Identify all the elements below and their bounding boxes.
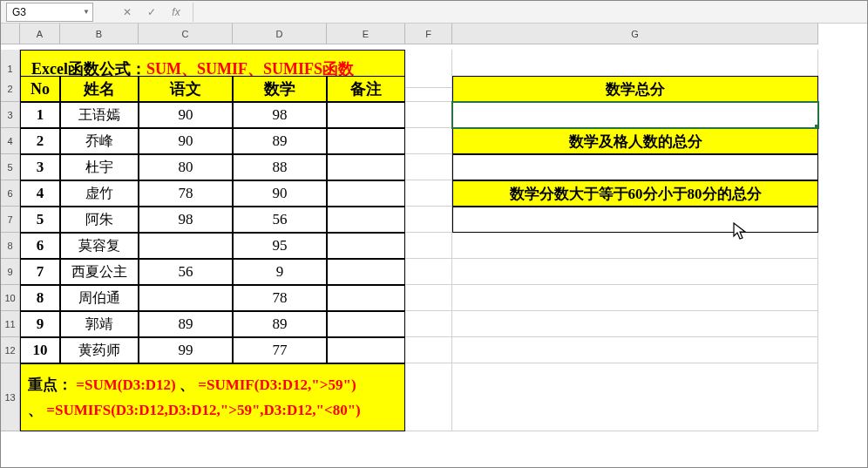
col-header-G[interactable]: G <box>452 24 818 44</box>
cell-A10[interactable]: 8 <box>20 285 60 311</box>
cell-F7[interactable] <box>405 207 452 233</box>
footnote-cell[interactable]: 重点： =SUM(D3:D12) 、 =SUMIF(D3:D12,">59") … <box>20 363 405 431</box>
cell-F2[interactable] <box>405 76 452 102</box>
cell-C3[interactable]: 90 <box>139 102 233 128</box>
cell-B7[interactable]: 阿朱 <box>60 207 139 233</box>
cell-G12[interactable] <box>452 337 818 363</box>
cell-F10[interactable] <box>405 285 452 311</box>
cell-C5[interactable]: 80 <box>139 154 233 180</box>
col-header-A[interactable]: A <box>20 24 60 44</box>
cell-E6[interactable] <box>327 180 405 207</box>
row-header-11[interactable]: 11 <box>1 311 20 337</box>
cell-D12[interactable]: 77 <box>233 337 327 363</box>
header-chinese[interactable]: 语文 <box>139 76 233 102</box>
cell-G5[interactable] <box>452 154 818 180</box>
cell-F8[interactable] <box>405 233 452 259</box>
cell-B11[interactable]: 郭靖 <box>60 311 139 337</box>
cell-F9[interactable] <box>405 259 452 285</box>
cell-D5[interactable]: 88 <box>233 154 327 180</box>
row-header-12[interactable]: 12 <box>1 337 20 363</box>
formula-input[interactable] <box>193 3 867 22</box>
spreadsheet-grid[interactable]: A B C D E F G 1 Excel函数公式： SUM、SUMIF、SUM… <box>1 24 867 390</box>
cell-D3[interactable]: 98 <box>233 102 327 128</box>
cell-A11[interactable]: 9 <box>20 311 60 337</box>
cell-G8[interactable] <box>452 233 818 259</box>
cell-D8[interactable]: 95 <box>233 233 327 259</box>
cell-G11[interactable] <box>452 311 818 337</box>
cell-A3[interactable]: 1 <box>20 102 60 128</box>
cell-B10[interactable]: 周伯通 <box>60 285 139 311</box>
header-math[interactable]: 数学 <box>233 76 327 102</box>
cell-C7[interactable]: 98 <box>139 207 233 233</box>
cell-F6[interactable] <box>405 180 452 207</box>
cell-A6[interactable]: 4 <box>20 180 60 207</box>
right-header-1[interactable]: 数学总分 <box>452 76 818 102</box>
cell-G10[interactable] <box>452 285 818 311</box>
cell-D6[interactable]: 90 <box>233 180 327 207</box>
cell-A7[interactable]: 5 <box>20 207 60 233</box>
cell-F5[interactable] <box>405 154 452 180</box>
cell-E12[interactable] <box>327 337 405 363</box>
col-header-B[interactable]: B <box>60 24 139 44</box>
cell-C6[interactable]: 78 <box>139 180 233 207</box>
row-header-13[interactable]: 13 <box>1 363 20 431</box>
cell-E10[interactable] <box>327 285 405 311</box>
cell-F12[interactable] <box>405 337 452 363</box>
cell-B3[interactable]: 王语嫣 <box>60 102 139 128</box>
cell-C10[interactable] <box>139 285 233 311</box>
right-header-2[interactable]: 数学及格人数的总分 <box>452 128 818 154</box>
cell-D7[interactable]: 56 <box>233 207 327 233</box>
col-header-C[interactable]: C <box>139 24 233 44</box>
cell-G13[interactable] <box>452 363 818 431</box>
row-header-3[interactable]: 3 <box>1 102 20 128</box>
cell-E7[interactable] <box>327 207 405 233</box>
cell-E4[interactable] <box>327 128 405 154</box>
name-box[interactable]: G3 ▼ <box>6 3 93 22</box>
row-header-2[interactable]: 2 <box>1 76 20 102</box>
cell-E3[interactable] <box>327 102 405 128</box>
row-header-6[interactable]: 6 <box>1 180 20 207</box>
cancel-icon[interactable]: ✕ <box>119 4 135 20</box>
right-header-3[interactable]: 数学分数大于等于60分小于80分的总分 <box>452 180 818 207</box>
cell-G7[interactable] <box>452 207 818 233</box>
cell-C8[interactable] <box>139 233 233 259</box>
cell-F3[interactable] <box>405 102 452 128</box>
col-header-F[interactable]: F <box>405 24 452 44</box>
row-header-8[interactable]: 8 <box>1 233 20 259</box>
cell-E8[interactable] <box>327 233 405 259</box>
col-header-D[interactable]: D <box>233 24 327 44</box>
col-header-E[interactable]: E <box>327 24 405 44</box>
confirm-icon[interactable]: ✓ <box>144 4 159 20</box>
select-all-corner[interactable] <box>1 24 20 44</box>
cell-A5[interactable]: 3 <box>20 154 60 180</box>
header-note[interactable]: 备注 <box>327 76 405 102</box>
cell-D10[interactable]: 78 <box>233 285 327 311</box>
cell-G9[interactable] <box>452 259 818 285</box>
cell-C4[interactable]: 90 <box>139 128 233 154</box>
cell-B9[interactable]: 西夏公主 <box>60 259 139 285</box>
header-no[interactable]: No <box>20 76 60 102</box>
cell-E9[interactable] <box>327 259 405 285</box>
cell-E5[interactable] <box>327 154 405 180</box>
cell-B8[interactable]: 莫容复 <box>60 233 139 259</box>
fx-icon[interactable]: fx <box>168 4 184 20</box>
cell-D11[interactable]: 89 <box>233 311 327 337</box>
header-name[interactable]: 姓名 <box>60 76 139 102</box>
cell-F13[interactable] <box>405 363 452 431</box>
cell-A9[interactable]: 7 <box>20 259 60 285</box>
cell-C11[interactable]: 89 <box>139 311 233 337</box>
cell-G3-selected[interactable] <box>452 102 818 128</box>
cell-B5[interactable]: 杜宇 <box>60 154 139 180</box>
cell-A4[interactable]: 2 <box>20 128 60 154</box>
cell-B6[interactable]: 虚竹 <box>60 180 139 207</box>
row-header-4[interactable]: 4 <box>1 128 20 154</box>
cell-E11[interactable] <box>327 311 405 337</box>
cell-F4[interactable] <box>405 128 452 154</box>
cell-C12[interactable]: 99 <box>139 337 233 363</box>
row-header-7[interactable]: 7 <box>1 207 20 233</box>
cell-D9[interactable]: 9 <box>233 259 327 285</box>
name-box-dropdown-icon[interactable]: ▼ <box>83 8 90 16</box>
cell-F11[interactable] <box>405 311 452 337</box>
cell-B12[interactable]: 黄药师 <box>60 337 139 363</box>
cell-C9[interactable]: 56 <box>139 259 233 285</box>
